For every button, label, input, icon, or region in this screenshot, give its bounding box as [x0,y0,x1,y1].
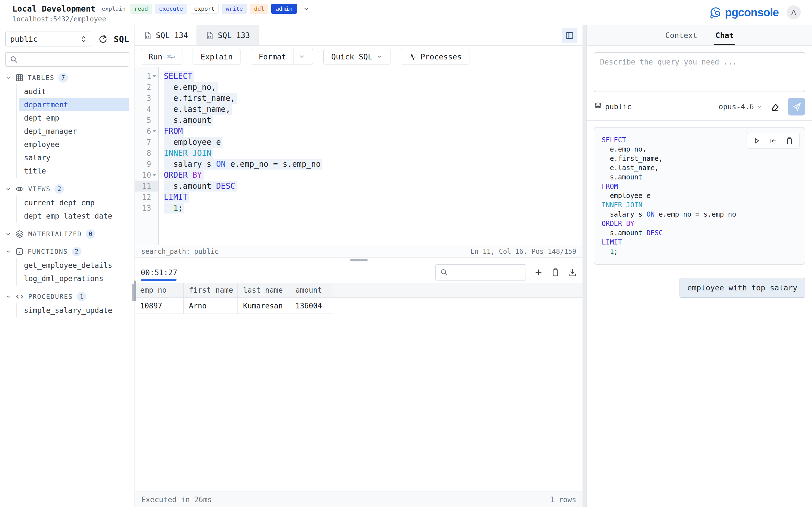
column-header-first_name[interactable]: first_name [184,283,238,298]
code-line-1[interactable]: SELECT [159,71,582,82]
explain-button[interactable]: Explain [193,49,241,64]
chat-schema-chip[interactable]: public [594,102,631,111]
code-line-6[interactable]: FROM [159,126,582,136]
table-grid-icon [15,73,24,82]
section-label: PROCEDURES [28,293,73,300]
editor-code-area[interactable]: SELECT e.emp_no, e.first_name, e.last_na… [159,67,582,245]
assistant-code-line-10: ORDER BY [602,219,797,228]
token-kw: ORDER [164,170,188,180]
tree-items-views: current_dept_empdept_emp_latest_date [16,195,130,223]
result-timer-tab[interactable]: 00:51:27 [141,262,177,283]
tree-item-simple_salary_update[interactable]: simple_salary_update [19,304,130,317]
token-join: INNER JOIN [602,201,643,209]
chevron-down-icon[interactable] [303,5,310,12]
tree-item-title[interactable]: title [19,164,130,177]
token-id: e.last_name, [602,164,659,172]
token-id: e.emp_no = s.emp_no [225,159,320,169]
chat-prompt-input[interactable] [594,52,805,92]
tree-item-employee[interactable]: employee [19,138,130,151]
tab-sql-133[interactable]: SQL 133 [197,25,259,45]
sidebar-resize-handle[interactable] [134,281,136,301]
format-dropdown-chevron-icon[interactable] [294,49,305,64]
tree-item-current_dept_emp[interactable]: current_dept_emp [19,196,130,209]
quick-sql-button[interactable]: Quick SQL [323,49,391,64]
tree-section-header-procedures[interactable]: PROCEDURES1 [5,290,130,303]
avatar[interactable]: A [786,5,801,19]
table-row[interactable]: 10897ArnoKumaresan136004 [135,298,582,314]
copy-snippet-icon[interactable] [785,137,794,145]
code-line-11[interactable]: s.amount DESC [159,180,582,191]
tree-section-header-views[interactable]: VIEWS2 [5,182,130,195]
run-snippet-play-icon[interactable] [753,137,761,145]
code-line-8[interactable]: INNER JOIN [159,148,582,159]
token-id: employee e [602,192,651,200]
results-resize-handle[interactable] [135,258,582,262]
token-kw: LIMIT [602,238,622,246]
send-button[interactable] [788,98,805,115]
tab-label: SQL 133 [218,31,250,40]
code-line-5[interactable]: s.amount [159,115,582,126]
token-id: salary s [164,159,216,169]
sidebar-search[interactable] [5,52,130,67]
fold-arrow-icon[interactable] [153,174,156,176]
column-header-last_name[interactable]: last_name [238,283,290,298]
tree-item-salary[interactable]: salary [19,151,130,164]
column-header-emp_no[interactable]: emp_no [135,283,184,298]
editor-toolbar: Run⌘↵ Explain Format Quick SQL [135,46,582,67]
tree-item-dept_emp_latest_date[interactable]: dept_emp_latest_date [19,209,130,223]
tree-item-log_dml_operations[interactable]: log_dml_operations [19,272,130,285]
cell-amount: 136004 [290,298,333,314]
tree-section-header-tables[interactable]: TABLES7 [5,71,130,84]
code-line-13[interactable]: 1; [159,203,582,214]
gutter-line-12: 12 [135,191,158,203]
sidebar-search-input[interactable] [21,55,125,64]
query-workspace: SQL 134 SQL 133 Run⌘↵ Explain Format [135,25,582,507]
panel-resize-handle[interactable] [582,25,587,507]
results-search[interactable] [435,264,526,281]
tree-item-get_employee_details[interactable]: get_employee_details [19,259,130,272]
processes-button[interactable]: Processes [401,49,469,64]
tab-sql-134[interactable]: SQL 134 [135,25,197,45]
code-line-7[interactable]: employee e [159,136,582,148]
assistant-code-line-13: 1; [602,247,797,256]
tree-item-dept_emp[interactable]: dept_emp [19,111,130,124]
tree-item-dept_manager[interactable]: dept_manager [19,124,130,138]
tree-item-audit[interactable]: audit [19,85,130,98]
results-search-input[interactable] [451,269,541,277]
copy-results-icon[interactable] [551,268,560,277]
code-line-12[interactable]: LIMIT [159,191,582,203]
code-line-3[interactable]: e.first_name, [159,93,582,104]
gutter-line-6: 6 [135,126,158,136]
fold-arrow-icon[interactable] [153,75,156,77]
tree-item-department[interactable]: department [19,98,130,111]
token-id: ; [178,203,183,213]
code-line-2[interactable]: e.emp_no, [159,82,582,93]
add-tab-icon[interactable] [534,268,543,277]
split-view-button[interactable] [562,27,577,43]
tab-chat[interactable]: Chat [714,25,735,45]
tree-section-header-functions[interactable]: fFUNCTIONS2 [5,245,130,258]
format-button[interactable]: Format [251,49,313,64]
sidebar-scrollbar-thumb[interactable] [132,284,134,301]
tab-context[interactable]: Context [664,25,699,45]
download-results-icon[interactable] [568,268,577,277]
model-select[interactable]: opus-4.6 [719,103,762,111]
refresh-icon[interactable] [98,34,108,44]
run-button[interactable]: Run⌘↵ [141,49,183,64]
permission-badge-read: read [130,4,152,14]
tree-section-header-materialized[interactable]: MATERIALIZED0 [5,228,130,240]
insert-to-editor-icon[interactable] [769,137,777,145]
code-line-10[interactable]: ORDER BY [159,170,582,180]
drag-pill[interactable] [350,259,368,262]
fold-arrow-icon[interactable] [153,130,156,132]
code-line-9[interactable]: salary s ON e.emp_no = s.emp_no [159,159,582,170]
section-label: TABLES [28,74,54,81]
elephant-logo-icon [707,5,722,20]
tree-section-materialized: MATERIALIZED0 [5,228,130,240]
code-line-4[interactable]: e.last_name, [159,104,582,115]
column-header-amount[interactable]: amount [290,283,333,298]
schema-select[interactable]: public [5,32,91,47]
token-id: e.last_name, [164,105,231,114]
clear-chat-eraser-icon[interactable] [770,101,780,112]
sql-editor[interactable]: 12345678910111213 SELECT e.emp_no, e.fir… [135,67,582,245]
